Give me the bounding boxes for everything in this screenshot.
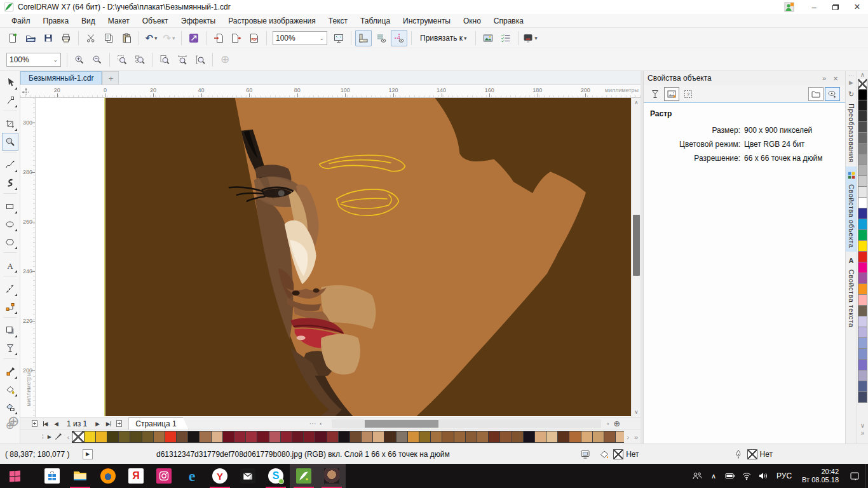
drawing-canvas[interactable]: [36, 98, 631, 417]
color-swatch[interactable]: [280, 431, 292, 443]
language-indicator[interactable]: РУС: [771, 471, 797, 480]
palette-scroll-down[interactable]: ∨: [860, 422, 865, 430]
redo-dropdown-icon[interactable]: ▾: [172, 35, 175, 41]
color-swatch[interactable]: [569, 431, 581, 443]
color-swatch[interactable]: [858, 121, 867, 133]
crop-tool[interactable]: [2, 115, 18, 133]
polygon-tool[interactable]: [2, 233, 18, 251]
fill-status-icon[interactable]: [599, 449, 609, 459]
taskbar-yandex-browser[interactable]: Y: [206, 464, 234, 488]
action-center-icon[interactable]: [844, 464, 865, 488]
combo-dropdown-icon[interactable]: ⌄: [53, 57, 58, 63]
tab-transformations[interactable]: ↻ Преобразования: [846, 85, 857, 166]
pick-tool[interactable]: [2, 74, 18, 92]
color-swatch[interactable]: [858, 165, 867, 176]
palette-eyedropper-icon[interactable]: [54, 433, 62, 441]
menu-item[interactable]: Текст: [322, 14, 354, 28]
artistic-media-tool[interactable]: [2, 174, 18, 192]
color-swatch[interactable]: [499, 431, 512, 443]
show-rulers-toggle[interactable]: [355, 30, 372, 46]
paste-button[interactable]: [118, 30, 135, 46]
combo-dropdown-icon[interactable]: ⌄: [319, 35, 324, 41]
color-swatch[interactable]: [858, 100, 867, 111]
import-button[interactable]: [210, 30, 227, 46]
rectangle-tool[interactable]: [2, 198, 18, 215]
color-swatch[interactable]: [303, 431, 315, 443]
color-swatch[interactable]: [477, 431, 489, 443]
color-swatch[interactable]: [858, 79, 867, 90]
color-swatch[interactable]: [419, 431, 431, 443]
horizontal-scrollbar[interactable]: [332, 419, 601, 428]
color-swatch[interactable]: [72, 431, 84, 443]
corner-zoom-icon[interactable]: ⊕: [8, 413, 19, 430]
color-swatch[interactable]: [292, 431, 304, 443]
color-swatch[interactable]: [338, 431, 350, 443]
tab-text-properties[interactable]: A Свойства текста: [846, 252, 857, 331]
clock[interactable]: 20:42 Вт 08.05.18: [797, 468, 844, 484]
color-swatch[interactable]: [165, 431, 177, 443]
fullscreen-preview-button[interactable]: [330, 30, 347, 46]
color-swatch[interactable]: [234, 431, 246, 443]
color-swatch[interactable]: [858, 251, 867, 262]
splitter-dots-icon[interactable]: ⋯: [309, 419, 316, 428]
welcome-screen-button[interactable]: ▾: [522, 30, 539, 46]
taskbar-skype[interactable]: S: [262, 464, 290, 488]
palette-scroll-right[interactable]: ›: [624, 433, 632, 441]
color-swatch[interactable]: [858, 327, 867, 338]
color-swatch[interactable]: [858, 262, 867, 273]
menu-item[interactable]: Инструменты: [397, 14, 457, 28]
scroll-down-arrow[interactable]: ∨: [632, 407, 641, 417]
scroll-up-arrow[interactable]: ∧: [632, 98, 641, 107]
docker-collapse-button[interactable]: »: [818, 72, 830, 84]
color-proof-icon[interactable]: [580, 449, 590, 459]
freehand-tool[interactable]: [2, 156, 18, 174]
palette-expand[interactable]: »: [632, 433, 641, 441]
color-swatch[interactable]: [512, 431, 524, 443]
color-swatch[interactable]: [546, 431, 558, 443]
fill-color-swatch[interactable]: [613, 449, 623, 459]
color-swatch[interactable]: [153, 431, 165, 443]
taskbar-yandex-search[interactable]: Я: [122, 464, 150, 488]
user-account-icon[interactable]: [784, 2, 796, 12]
zoom-in-button[interactable]: [71, 51, 88, 68]
start-button[interactable]: [0, 464, 29, 488]
status-flyout-button[interactable]: ▶: [83, 449, 93, 459]
color-swatch[interactable]: [430, 431, 442, 443]
menu-item[interactable]: Таблица: [354, 14, 397, 28]
zoom-level-combo[interactable]: 100%⌄: [273, 31, 327, 45]
vertical-scroll-thumb[interactable]: [633, 215, 640, 276]
print-button[interactable]: [58, 30, 74, 46]
document-tab[interactable]: Безымянный-1.cdr: [20, 71, 102, 85]
connector-tool[interactable]: [2, 298, 18, 316]
color-swatch[interactable]: [858, 273, 867, 284]
color-swatch[interactable]: [858, 186, 867, 198]
color-swatch[interactable]: [858, 381, 867, 392]
taskbar-file-explorer[interactable]: [66, 464, 94, 488]
tray-expand-icon[interactable]: ∧: [705, 464, 722, 488]
color-swatch[interactable]: [407, 431, 419, 443]
color-swatch[interactable]: [442, 431, 454, 443]
docker-close-button[interactable]: ×: [830, 72, 841, 84]
color-swatch[interactable]: [199, 431, 211, 443]
zoom-to-page-height-button[interactable]: [192, 51, 208, 68]
copy-button[interactable]: [100, 30, 117, 46]
menu-item[interactable]: Вид: [75, 14, 102, 28]
cut-button[interactable]: [83, 30, 99, 46]
undo-button[interactable]: ↶▾: [143, 30, 159, 46]
color-swatch[interactable]: [118, 431, 130, 443]
restore-button[interactable]: [825, 0, 846, 14]
color-swatch[interactable]: [349, 431, 362, 443]
color-swatch[interactable]: [257, 431, 269, 443]
color-swatch[interactable]: [130, 431, 142, 443]
color-swatch[interactable]: [534, 431, 546, 443]
taskbar-firefox[interactable]: [94, 464, 122, 488]
ruler-origin-icon[interactable]: [22, 88, 31, 97]
color-swatch[interactable]: [858, 89, 867, 100]
color-swatch[interactable]: [858, 337, 867, 349]
wifi-icon[interactable]: [738, 464, 755, 488]
minimize-button[interactable]: –: [803, 0, 825, 14]
horizontal-ruler[interactable]: 20020406080100120140160180200 миллиметры: [20, 85, 641, 98]
color-swatch[interactable]: [211, 431, 223, 443]
color-swatch[interactable]: [327, 431, 339, 443]
welcome-dropdown-icon[interactable]: ▾: [534, 35, 538, 41]
